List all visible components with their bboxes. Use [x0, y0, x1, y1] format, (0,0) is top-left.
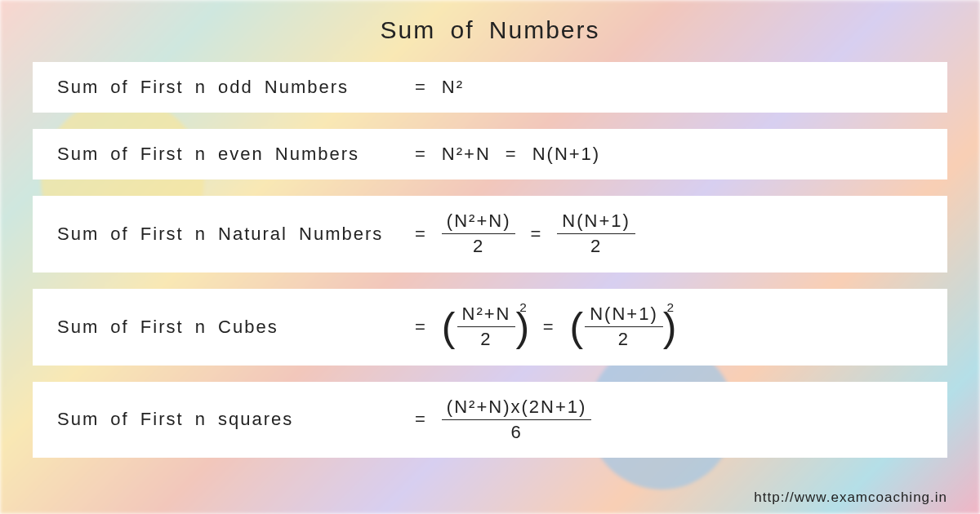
numerator: N²+N [457, 304, 516, 327]
formula-rhs: N² [442, 77, 464, 98]
formula-rhs: (N²+N) 2 = N(N+1) 2 [442, 210, 635, 258]
equals-sign: = [530, 224, 542, 245]
equals-sign: = [415, 224, 427, 245]
rhs-term: N²+N [442, 144, 491, 165]
paren-open: ( [442, 307, 457, 348]
denominator: 6 [510, 420, 522, 443]
fraction: N(N+1) 2 [585, 304, 663, 351]
formula-rhs: ( N²+N 2 ) 2 = ( N(N+1) 2 ) 2 [442, 304, 675, 351]
squared-group: ( N(N+1) 2 ) 2 [570, 304, 675, 351]
formula-label: Sum of First n odd Numbers [57, 77, 400, 98]
footer-url: http://www.examcoaching.in [754, 490, 947, 506]
denominator: 2 [473, 234, 484, 257]
equals-sign: = [415, 144, 427, 165]
formula-cubes: Sum of First n Cubes = ( N²+N 2 ) 2 = ( … [33, 289, 947, 366]
formula-label: Sum of First n squares [57, 409, 400, 430]
squared-group: ( N²+N 2 ) 2 [442, 304, 528, 351]
fraction: N(N+1) 2 [557, 210, 635, 258]
equals-sign: = [415, 317, 427, 338]
formula-natural: Sum of First n Natural Numbers = (N²+N) … [33, 196, 947, 273]
formula-even: Sum of First n even Numbers = N²+N = N(N… [33, 129, 947, 179]
formula-label: Sum of First n even Numbers [57, 144, 400, 165]
equals-sign: = [415, 77, 427, 98]
fraction: N²+N 2 [457, 304, 516, 351]
numerator: N(N+1) [557, 210, 635, 234]
formula-label: Sum of First n Natural Numbers [57, 224, 400, 245]
exponent: 2 [666, 300, 675, 315]
numerator: N(N+1) [585, 304, 663, 327]
exponent: 2 [519, 300, 528, 315]
equals-sign: = [506, 144, 518, 165]
equals-sign: = [415, 409, 427, 430]
fraction: (N²+N) 2 [442, 210, 516, 258]
numerator: (N²+N) [442, 210, 516, 234]
formula-squares: Sum of First n squares = (N²+N)x(2N+1) 6 [33, 382, 947, 459]
equals-sign: = [543, 317, 555, 338]
formula-odd: Sum of First n odd Numbers = N² [33, 62, 947, 113]
page-title: Sum of Numbers [33, 16, 947, 44]
numerator: (N²+N)x(2N+1) [442, 397, 591, 420]
rhs-term: N(N+1) [532, 144, 601, 165]
paren-open: ( [570, 307, 586, 348]
formula-rhs: (N²+N)x(2N+1) 6 [442, 397, 591, 444]
fraction: (N²+N)x(2N+1) 6 [442, 397, 591, 444]
denominator: 2 [618, 327, 630, 350]
denominator: 2 [480, 327, 492, 350]
denominator: 2 [590, 234, 602, 257]
formula-label: Sum of First n Cubes [57, 317, 400, 338]
formula-rhs: N²+N = N(N+1) [442, 144, 600, 165]
